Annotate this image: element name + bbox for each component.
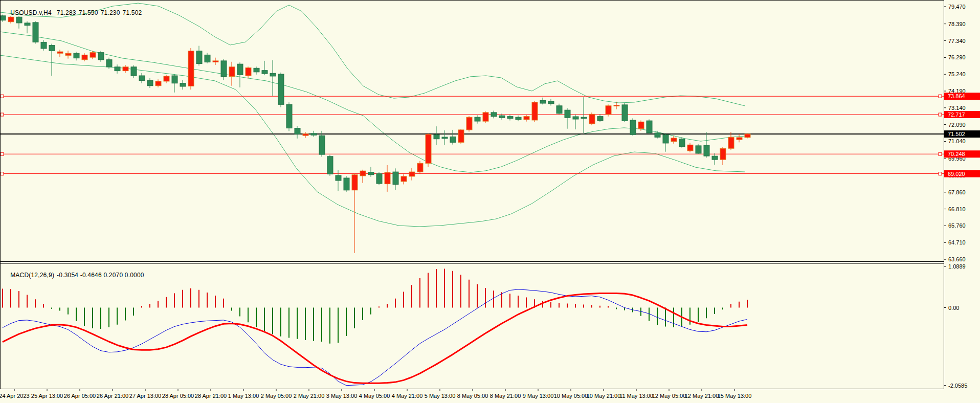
candle bbox=[344, 176, 349, 192]
time-tick-label: 2 May 21:00 bbox=[294, 393, 325, 399]
candle-body-bull bbox=[687, 145, 693, 151]
level-line-handle[interactable] bbox=[939, 95, 942, 98]
trading-chart-window: 79.47078.39077.34076.29075.24074.19073.1… bbox=[0, 0, 980, 403]
candle-body-bear bbox=[41, 42, 47, 49]
low-value: 71.230 bbox=[101, 9, 120, 16]
candle-body-bull bbox=[385, 172, 390, 184]
candle-body-bear bbox=[696, 146, 701, 153]
chart-ohlc-header: USOUSD.v,H471.28371.55071.23071.502 bbox=[3, 2, 144, 24]
candle-body-bull bbox=[606, 106, 611, 115]
time-tick-label: 26 Apr 05:00 bbox=[64, 393, 96, 399]
time-tick-label: 8 May 05:00 bbox=[457, 393, 488, 399]
level-line-handle[interactable] bbox=[1, 113, 4, 116]
candle-body-bear bbox=[450, 137, 456, 142]
candle-body-bull bbox=[745, 134, 750, 138]
price-tick-label: 66.810 bbox=[948, 206, 966, 212]
candle-body-bull bbox=[188, 51, 194, 86]
candle-body-bear bbox=[254, 68, 259, 72]
candle-body-bear bbox=[368, 172, 374, 175]
level-price-tag: 70.248 bbox=[944, 150, 980, 158]
candle-body-bear bbox=[262, 71, 268, 74]
price-tick-label: 67.860 bbox=[948, 189, 966, 195]
candle-body-bull bbox=[671, 138, 677, 142]
candle-body-bull bbox=[57, 52, 63, 53]
candle-body-bear bbox=[33, 23, 38, 42]
candle-body-bear bbox=[573, 117, 578, 119]
symbol-period-label: USOUSD.v,H4 bbox=[10, 9, 52, 16]
candle-body-bear bbox=[237, 64, 243, 75]
time-tick-label: 8 May 21:00 bbox=[490, 393, 521, 399]
price-tick-label: 71.040 bbox=[948, 138, 966, 144]
candle bbox=[426, 133, 431, 167]
level-price-tag-text: 72.717 bbox=[948, 111, 965, 118]
candle-body-bull bbox=[417, 163, 423, 172]
candle-body-bull bbox=[90, 53, 96, 57]
candle bbox=[745, 133, 750, 139]
candle bbox=[622, 103, 628, 122]
bid-price-tag-text: 71.502 bbox=[948, 131, 965, 137]
macd-tick-label: 0.00 bbox=[948, 305, 959, 311]
candle-body-bear bbox=[499, 116, 505, 118]
close-value: 71.502 bbox=[123, 9, 142, 16]
candle-body-bull bbox=[409, 172, 415, 176]
candle-body-bull bbox=[426, 135, 431, 164]
time-tick-label: 4 May 21:00 bbox=[392, 393, 423, 399]
candle-body-bull bbox=[229, 67, 235, 77]
candle bbox=[466, 116, 472, 131]
level-line-handle[interactable] bbox=[1, 152, 4, 155]
price-tick-label: 76.290 bbox=[948, 54, 966, 60]
level-line-handle[interactable] bbox=[939, 113, 942, 116]
candle bbox=[33, 21, 38, 43]
price-tick-label: 72.090 bbox=[948, 122, 966, 128]
price-tick-label: 64.710 bbox=[948, 239, 966, 245]
candle bbox=[327, 155, 333, 176]
candle-body-bear bbox=[336, 175, 341, 181]
candle-body-bear bbox=[434, 135, 439, 139]
candle-body-bull bbox=[164, 76, 169, 81]
time-tick-label: 1 May 13:00 bbox=[228, 393, 259, 399]
candle bbox=[376, 172, 382, 185]
level-price-tag-text: 73.864 bbox=[948, 93, 965, 99]
candle-body-bear bbox=[376, 174, 382, 184]
price-tick-label: 77.340 bbox=[948, 38, 966, 44]
level-line-handle[interactable] bbox=[1, 95, 4, 98]
time-tick-label: 24 Apr 2023 bbox=[0, 393, 30, 399]
candle-body-bear bbox=[311, 133, 317, 135]
candle-body-bear bbox=[278, 74, 284, 104]
level-line-handle[interactable] bbox=[939, 172, 942, 175]
candle-body-bear bbox=[548, 101, 554, 104]
price-tick-label: 73.140 bbox=[948, 105, 966, 111]
level-line-handle[interactable] bbox=[1, 172, 4, 175]
candle-body-bear bbox=[115, 67, 120, 71]
price-tick-label: 78.390 bbox=[948, 21, 966, 27]
time-tick-label: 26 Apr 21:00 bbox=[97, 393, 128, 399]
candle-body-bear bbox=[712, 156, 718, 160]
candle-body-bear bbox=[106, 60, 112, 67]
time-tick-label: 28 Apr 05:00 bbox=[162, 393, 194, 399]
candle-body-bull bbox=[466, 117, 472, 130]
candle-body-bear bbox=[475, 117, 480, 121]
candle bbox=[131, 65, 137, 78]
candle-body-bull bbox=[82, 55, 87, 59]
candle-body-bear bbox=[139, 76, 145, 80]
macd-indicator-header: MACD(12,26,9)-0.3054 -0.4646 0.2070 0.00… bbox=[3, 264, 147, 286]
candle-body-bull bbox=[638, 122, 644, 128]
chart-canvas[interactable]: 79.47078.39077.34076.29075.24074.19073.1… bbox=[0, 0, 980, 403]
time-tick-label: 28 Apr 21:00 bbox=[195, 393, 227, 399]
candle-body-bear bbox=[556, 106, 562, 114]
candle bbox=[188, 48, 194, 89]
candle bbox=[458, 129, 464, 144]
level-price-tag: 72.717 bbox=[944, 111, 980, 118]
candle-body-bull bbox=[737, 138, 742, 140]
candle-body-bear bbox=[221, 61, 227, 77]
level-line-handle[interactable] bbox=[939, 152, 942, 155]
candle-body-bear bbox=[180, 83, 186, 86]
candle-body-bear bbox=[286, 104, 292, 128]
price-tick-label: 79.470 bbox=[948, 4, 966, 10]
candle-body-bear bbox=[647, 121, 652, 133]
price-tick-label: 75.240 bbox=[948, 71, 966, 77]
candle-body-bear bbox=[565, 110, 570, 118]
candle-body-bear bbox=[597, 117, 603, 121]
candle bbox=[483, 111, 488, 123]
candle-body-bear bbox=[679, 139, 685, 147]
